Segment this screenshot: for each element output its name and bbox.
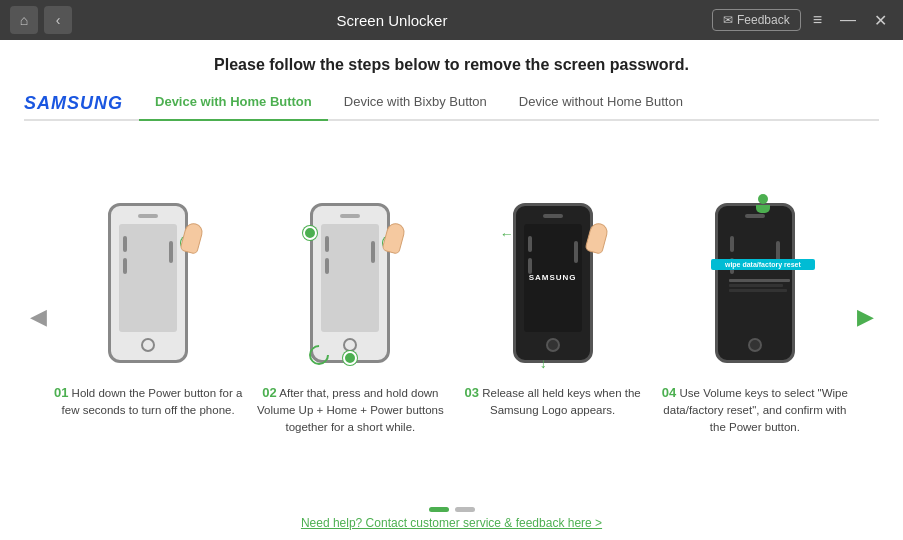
step-3: SAMSUNG ← → ↓ 03 Release all held — [457, 198, 649, 420]
step-2-phone — [295, 198, 405, 373]
step-2-desc: After that, press and hold down Volume U… — [257, 387, 444, 434]
back-icon: ‹ — [56, 12, 61, 28]
title-bar: ⌂ ‹ Screen Unlocker ✉ Feedback ≡ — ✕ — [0, 0, 903, 40]
page-title: Please follow the steps below to remove … — [24, 56, 879, 74]
step-1: 01 Hold down the Power button for a few … — [52, 198, 244, 420]
home-button[interactable]: ⌂ — [10, 6, 38, 34]
dot-2[interactable] — [455, 507, 475, 512]
vol-up-1 — [123, 236, 127, 252]
step-1-desc: Hold down the Power button for a few sec… — [62, 387, 243, 417]
step-4-phone: wipe data/factory reset — [700, 198, 810, 373]
tabs-row: SAMSUNG Device with Home Button Device w… — [24, 88, 879, 121]
step-1-phone — [93, 198, 203, 373]
tab-bixby-button[interactable]: Device with Bixby Button — [328, 88, 503, 119]
green-dot-vol — [303, 226, 317, 240]
phone-speaker-1 — [138, 214, 158, 218]
prev-arrow[interactable]: ◀ — [24, 131, 52, 503]
vol-up-2 — [325, 236, 329, 252]
main-content: Please follow the steps below to remove … — [0, 40, 903, 540]
dot-1[interactable] — [429, 507, 449, 512]
step-4-desc: Use Volume keys to select "Wipe data/fac… — [663, 387, 848, 434]
steps-wrapper: ◀ — [24, 131, 879, 503]
power-btn-1 — [169, 241, 173, 263]
step-4-text: 04 Use Volume keys to select "Wipe data/… — [659, 383, 851, 437]
phone-body-2 — [310, 203, 390, 363]
feedback-button[interactable]: ✉ Feedback — [712, 9, 801, 31]
mail-icon: ✉ — [723, 13, 733, 27]
title-bar-right: ✉ Feedback ≡ — ✕ — [712, 9, 893, 32]
wipe-label: wipe data/factory reset — [711, 259, 815, 270]
vol-up-4 — [730, 236, 734, 252]
phone-body-3: SAMSUNG — [513, 203, 593, 363]
step-3-phone: SAMSUNG ← → ↓ — [498, 198, 608, 373]
step-4-num: 04 — [662, 385, 676, 400]
menu-button[interactable]: ≡ — [807, 9, 828, 31]
step-2-num: 02 — [262, 385, 276, 400]
step-1-text: 01 Hold down the Power button for a few … — [52, 383, 244, 420]
title-bar-left: ⌂ ‹ — [10, 6, 72, 34]
vol-down-3 — [528, 258, 532, 274]
samsung-logo: SAMSUNG — [529, 273, 577, 282]
power-btn-3 — [574, 241, 578, 263]
back-button[interactable]: ‹ — [44, 6, 72, 34]
phone-home-2 — [343, 338, 357, 352]
phone-screen-3: SAMSUNG — [524, 224, 582, 332]
vol-up-3 — [528, 236, 532, 252]
phone-screen-1 — [119, 224, 177, 332]
arrow-left: ← — [500, 226, 514, 242]
vol-down-2 — [325, 258, 329, 274]
step-2-text: 02 After that, press and hold down Volum… — [254, 383, 446, 437]
phone-body-1 — [108, 203, 188, 363]
minimize-button[interactable]: — — [834, 9, 862, 31]
step-2: 02 After that, press and hold down Volum… — [254, 198, 446, 437]
vol-down-1 — [123, 258, 127, 274]
next-arrow[interactable]: ▶ — [851, 131, 879, 503]
step-1-num: 01 — [54, 385, 68, 400]
tab-no-home-button[interactable]: Device without Home Button — [503, 88, 699, 119]
phone-speaker-4 — [745, 214, 765, 218]
step-4: wipe data/factory reset — [659, 198, 851, 437]
step-3-num: 03 — [465, 385, 479, 400]
step-3-text: 03 Release all held keys when the Samsun… — [457, 383, 649, 420]
phone-home-4 — [748, 338, 762, 352]
bottom-area: Need help? Contact customer service & fe… — [24, 503, 879, 530]
phone-speaker-3 — [543, 214, 563, 218]
phone-home-1 — [141, 338, 155, 352]
arrow-down: ↓ — [540, 355, 547, 371]
phone-home-3 — [546, 338, 560, 352]
phone-speaker-2 — [340, 214, 360, 218]
step-3-desc: Release all held keys when the Samsung L… — [482, 387, 641, 417]
app-title: Screen Unlocker — [72, 12, 712, 29]
close-button[interactable]: ✕ — [868, 9, 893, 32]
pagination-dots — [429, 507, 475, 512]
power-btn-2 — [371, 241, 375, 263]
tab-home-button[interactable]: Device with Home Button — [139, 88, 328, 119]
phone-body-4: wipe data/factory reset — [715, 203, 795, 363]
feedback-label: Feedback — [737, 13, 790, 27]
steps-container: 01 Hold down the Power button for a few … — [52, 198, 851, 437]
phone-screen-2 — [321, 224, 379, 332]
brand-label: SAMSUNG — [24, 93, 123, 114]
help-link[interactable]: Need help? Contact customer service & fe… — [301, 516, 602, 530]
green-dot-home — [343, 351, 357, 365]
home-icon: ⌂ — [20, 12, 28, 28]
